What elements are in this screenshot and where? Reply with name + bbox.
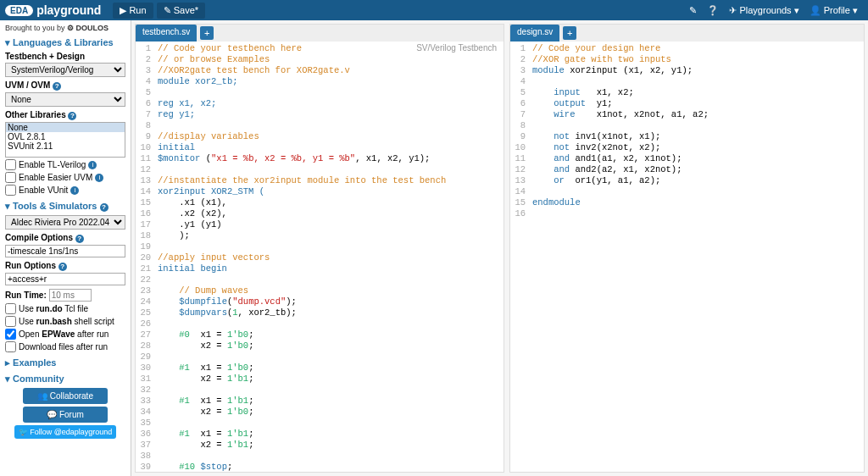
tab-bar: design.sv + xyxy=(510,25,864,42)
other-lib-label: Other Libraries ? xyxy=(5,110,125,120)
tb-design-select[interactable]: SystemVerilog/Verilog xyxy=(5,63,125,77)
editor-panes: testbench.sv + SV/Verilog Testbench 1234… xyxy=(131,20,868,476)
uvm-label: UVM / OVM ? xyxy=(5,80,125,91)
chk-epwave[interactable]: Open EPWave after run xyxy=(5,329,125,340)
list-item[interactable]: None xyxy=(6,123,125,132)
tab-bar: testbench.sv + xyxy=(136,25,504,42)
add-tab-button[interactable]: + xyxy=(200,26,214,40)
info-icon[interactable]: ? xyxy=(75,235,84,243)
collaborate-button[interactable]: 👥 Collaborate xyxy=(23,388,108,404)
info-icon[interactable]: ? xyxy=(68,112,76,120)
edit-icon[interactable]: ✎ xyxy=(689,5,697,16)
sidebar: Brought to you by ⚙ DOULOS ▾ Languages &… xyxy=(0,20,131,476)
info-icon[interactable]: i xyxy=(88,161,97,169)
code-area[interactable]: // Code your design here//XOR gate with … xyxy=(529,42,864,472)
main-container: Brought to you by ⚙ DOULOS ▾ Languages &… xyxy=(0,20,868,476)
save-button[interactable]: ✎ Save* xyxy=(157,3,205,19)
help-icon[interactable]: ❔ xyxy=(707,5,719,16)
chk-tlverilog[interactable]: Enable TL-Verilog i xyxy=(5,159,125,170)
playgrounds-menu[interactable]: ✈ Playgrounds ▾ xyxy=(729,5,798,16)
info-icon[interactable]: ? xyxy=(100,203,108,212)
chk-runbash[interactable]: Use run.bash shell script xyxy=(5,316,125,327)
top-toolbar: EDA playground ▶ Run ✎ Save* ✎ ❔ ✈ Playg… xyxy=(0,0,868,20)
list-item[interactable]: SVUnit 2.11 xyxy=(6,141,125,151)
uvm-select[interactable]: None xyxy=(5,92,125,107)
line-gutter: 12345678910111213141516 xyxy=(510,42,529,472)
info-icon[interactable]: i xyxy=(95,174,103,182)
compile-label: Compile Options ? xyxy=(5,233,125,243)
design-pane: design.sv + 12345678910111213141516 // C… xyxy=(509,24,865,473)
line-gutter: 1234567891011121314151617181920212223242… xyxy=(136,42,154,472)
logo-text: playground xyxy=(36,3,101,17)
twitter-follow-button[interactable]: 🐦 Follow @edaplayground xyxy=(14,425,116,439)
runtime-input[interactable] xyxy=(49,289,92,302)
profile-menu[interactable]: 👤 Profile ▾ xyxy=(810,5,858,16)
tb-design-label: Testbench + Design xyxy=(5,52,125,61)
sponsor-line: Brought to you by ⚙ DOULOS xyxy=(5,24,125,32)
languages-header[interactable]: ▾ Languages & Libraries xyxy=(5,37,125,48)
forum-button[interactable]: 💬 Forum xyxy=(23,407,108,423)
tab-testbench[interactable]: testbench.sv xyxy=(136,25,197,42)
testbench-editor[interactable]: SV/Verilog Testbench 1234567891011121314… xyxy=(136,42,504,472)
chk-easier-uvm[interactable]: Enable Easier UVM i xyxy=(5,172,125,183)
tools-header[interactable]: ▾ Tools & Simulators ? xyxy=(5,201,125,212)
other-lib-list[interactable]: None OVL 2.8.1 SVUnit 2.11 xyxy=(5,122,125,158)
chk-download[interactable]: Download files after run xyxy=(5,341,125,352)
list-item[interactable]: OVL 2.8.1 xyxy=(6,132,125,141)
info-icon[interactable]: ? xyxy=(53,82,61,91)
run-button[interactable]: ▶ Run xyxy=(113,3,153,19)
compile-options-input[interactable] xyxy=(5,245,125,257)
logo: EDA playground xyxy=(5,3,111,17)
logo-badge: EDA xyxy=(5,5,33,16)
runtime-label: Run Time: xyxy=(5,291,47,300)
run-options-label: Run Options ? xyxy=(5,261,125,271)
info-icon[interactable]: i xyxy=(70,186,79,195)
tab-design[interactable]: design.sv xyxy=(510,25,559,42)
info-icon[interactable]: ? xyxy=(58,263,67,271)
run-options-input[interactable] xyxy=(5,273,125,285)
design-editor[interactable]: 12345678910111213141516 // Code your des… xyxy=(510,42,864,472)
community-header[interactable]: ▾ Community xyxy=(5,374,125,385)
examples-header[interactable]: ▸ Examples xyxy=(5,357,125,368)
simulator-select[interactable]: Aldec Riviera Pro 2022.04 xyxy=(5,215,125,230)
chk-rundo[interactable]: Use run.do Tcl file xyxy=(5,303,125,314)
testbench-pane: testbench.sv + SV/Verilog Testbench 1234… xyxy=(135,24,504,473)
chk-vunit[interactable]: Enable VUnit i xyxy=(5,185,125,196)
language-badge: SV/Verilog Testbench xyxy=(416,43,497,53)
add-tab-button[interactable]: + xyxy=(563,26,576,40)
code-area[interactable]: // Code your testbench here// or browse … xyxy=(154,42,504,472)
